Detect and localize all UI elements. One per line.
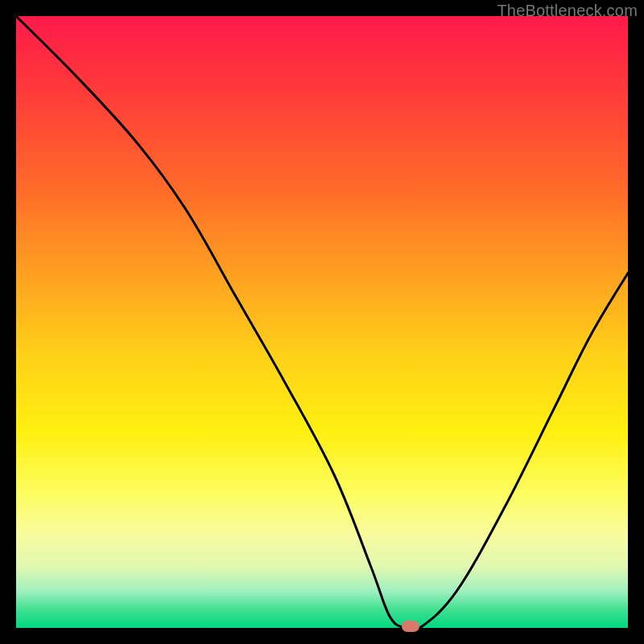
watermark-text: TheBottleneck.com	[497, 2, 638, 20]
chart-canvas: TheBottleneck.com	[0, 0, 644, 644]
bottleneck-curve	[16, 16, 628, 628]
optimum-marker	[402, 621, 419, 632]
